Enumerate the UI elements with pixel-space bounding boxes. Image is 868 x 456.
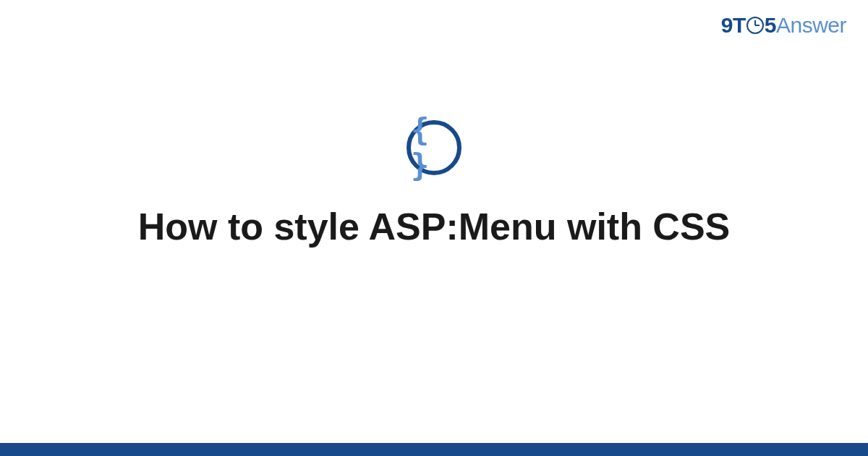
main-content: { } How to style ASP:Menu with CSS — [0, 0, 868, 456]
code-braces-icon: { } — [411, 112, 457, 183]
footer-bar — [0, 443, 868, 456]
page-title: How to style ASP:Menu with CSS — [95, 204, 774, 249]
category-badge: { } — [407, 120, 461, 175]
